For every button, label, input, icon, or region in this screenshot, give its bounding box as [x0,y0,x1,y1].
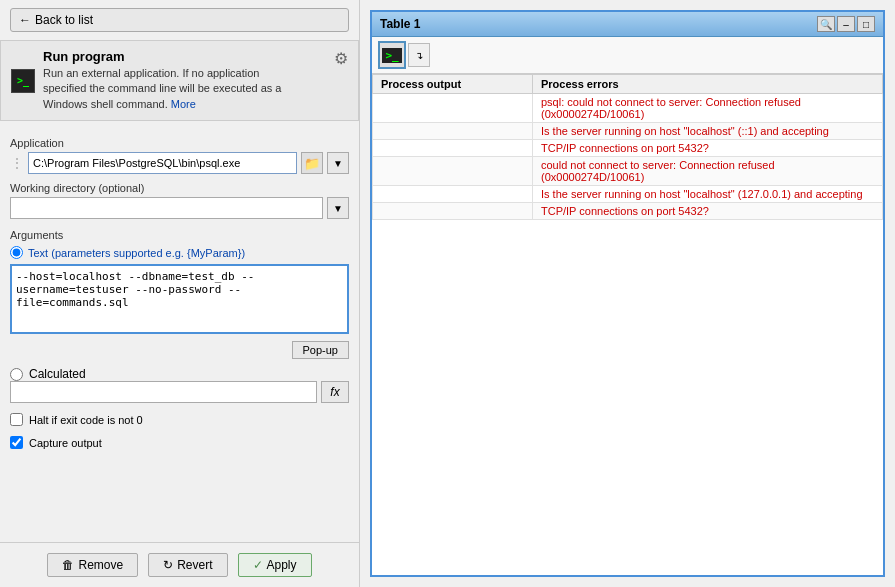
run-program-icon: >_ [11,69,35,93]
process-output-cell [373,186,533,203]
calculated-radio[interactable] [10,368,23,381]
text-radio-row: Text (parameters supported e.g. {MyParam… [10,246,349,259]
more-link[interactable]: More [171,98,196,110]
table-row: Is the server running on host "localhost… [373,123,883,140]
terminal-icon: >_ [382,48,401,63]
application-field-row: ⋮ 📁 ▼ [10,152,349,174]
revert-button[interactable]: ↻ Revert [148,553,227,577]
drag-handle-icon: ⋮ [10,155,24,171]
calc-input-row: fx [10,381,349,403]
process-error-cell: Is the server running on host "localhost… [533,123,883,140]
working-dir-label: Working directory (optional) [10,182,349,194]
process-error-cell: TCP/IP connections on port 5432? [533,203,883,220]
process-output-cell [373,123,533,140]
minimize-button[interactable]: – [837,16,855,32]
tool-small-button[interactable]: ↴ [408,43,430,67]
process-error-cell: could not connect to server: Connection … [533,157,883,186]
working-dir-row: ▼ [10,197,349,219]
col-process-errors: Process errors [533,75,883,94]
process-error-cell: Is the server running on host "localhost… [533,186,883,203]
capture-checkbox[interactable] [10,436,23,449]
table-toolbar: >_ ↴ [372,37,883,74]
browse-button[interactable]: 📁 [301,152,323,174]
search-button[interactable]: 🔍 [817,16,835,32]
dropdown-button[interactable]: ▼ [327,152,349,174]
arguments-section: Arguments Text (parameters supported e.g… [10,229,349,359]
section-description: Run an external application. If no appli… [43,66,303,112]
back-button[interactable]: ← Back to list [10,8,349,32]
apply-button[interactable]: ✓ Apply [238,553,312,577]
run-icon-button[interactable]: >_ [378,41,406,69]
remove-icon: 🗑 [62,558,74,572]
process-error-cell: TCP/IP connections on port 5432? [533,140,883,157]
calculated-label: Calculated [29,367,86,381]
process-output-cell [373,94,533,123]
gear-button[interactable]: ⚙ [334,49,348,68]
calculated-row: Calculated [10,367,349,381]
section-title: Run program [43,49,303,64]
arguments-textarea[interactable]: --host=localhost --dbname=test_db --user… [10,264,349,334]
process-output-cell [373,140,533,157]
working-dir-input[interactable] [10,197,323,219]
table-window: Table 1 🔍 – □ >_ ↴ Process output Proces… [370,10,885,577]
fx-button[interactable]: fx [321,381,349,403]
table-row: Is the server running on host "localhost… [373,186,883,203]
table-title: Table 1 [380,17,420,31]
right-panel: Table 1 🔍 – □ >_ ↴ Process output Proces… [360,0,895,587]
tool-small-icon: ↴ [415,50,423,61]
capture-checkbox-row: Capture output [10,436,349,449]
process-output-cell [373,203,533,220]
apply-icon: ✓ [253,558,263,572]
process-output-cell [373,157,533,186]
revert-icon: ↻ [163,558,173,572]
form-area: Application ⋮ 📁 ▼ Working directory (opt… [0,129,359,542]
halt-checkbox[interactable] [10,413,23,426]
table-content: Process output Process errors psql: coul… [372,74,883,575]
capture-label: Capture output [29,437,102,449]
table-row: could not connect to server: Connection … [373,157,883,186]
calc-input[interactable] [10,381,317,403]
text-radio[interactable] [10,246,23,259]
application-label: Application [10,137,349,149]
halt-checkbox-row: Halt if exit code is not 0 [10,413,349,426]
remove-button[interactable]: 🗑 Remove [47,553,138,577]
text-radio-label: Text (parameters supported e.g. {MyParam… [28,247,245,259]
output-table: Process output Process errors psql: coul… [372,74,883,220]
halt-label: Halt if exit code is not 0 [29,414,143,426]
table-titlebar: Table 1 🔍 – □ [372,12,883,37]
working-dir-dropdown[interactable]: ▼ [327,197,349,219]
arguments-label: Arguments [10,229,349,241]
table-row: TCP/IP connections on port 5432? [373,203,883,220]
process-error-cell: psql: could not connect to server: Conne… [533,94,883,123]
back-arrow-icon: ← [19,13,31,27]
table-row: TCP/IP connections on port 5432? [373,140,883,157]
section-header: >_ Run program Run an external applicati… [0,40,359,121]
popup-button[interactable]: Pop-up [292,341,349,359]
maximize-button[interactable]: □ [857,16,875,32]
left-panel: ← Back to list >_ Run program Run an ext… [0,0,360,587]
application-input[interactable] [28,152,297,174]
col-process-output: Process output [373,75,533,94]
bottom-bar: 🗑 Remove ↻ Revert ✓ Apply [0,542,359,587]
table-row: psql: could not connect to server: Conne… [373,94,883,123]
